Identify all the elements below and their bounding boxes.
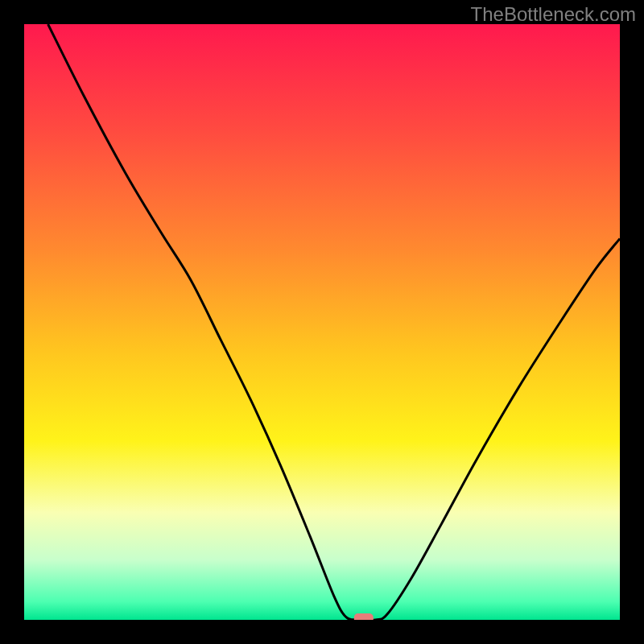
chart-svg bbox=[24, 24, 620, 620]
chart-marker-point bbox=[354, 613, 374, 620]
bottleneck-chart bbox=[24, 24, 620, 620]
chart-gradient-background bbox=[24, 24, 620, 620]
watermark-text: TheBottleneck.com bbox=[471, 3, 636, 26]
